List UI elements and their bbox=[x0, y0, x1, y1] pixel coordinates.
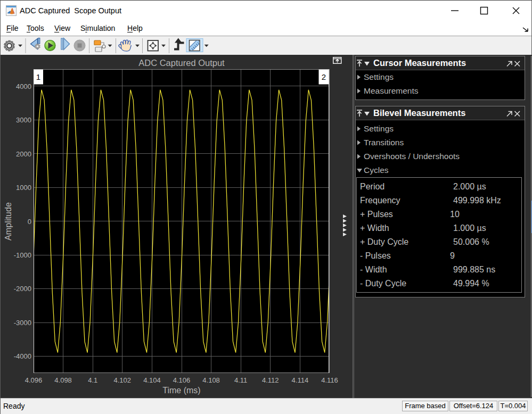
svg-text:-4000: -4000 bbox=[14, 352, 31, 360]
svg-text:4.104: 4.104 bbox=[143, 376, 161, 384]
svg-text:4.108: 4.108 bbox=[202, 376, 220, 384]
svg-text:0: 0 bbox=[28, 218, 31, 226]
svg-text:ADC Captured Output: ADC Captured Output bbox=[138, 58, 225, 68]
svg-text:4.106: 4.106 bbox=[173, 376, 191, 384]
svg-text:4.116: 4.116 bbox=[321, 376, 338, 384]
svg-text:4.1: 4.1 bbox=[88, 376, 97, 384]
svg-text:2: 2 bbox=[322, 72, 326, 81]
svg-text:Amplitude: Amplitude bbox=[3, 202, 13, 241]
svg-text:-2000: -2000 bbox=[14, 285, 31, 293]
svg-text:1000: 1000 bbox=[16, 184, 31, 192]
svg-text:3000: 3000 bbox=[16, 116, 31, 124]
svg-text:Time (ms): Time (ms) bbox=[162, 386, 200, 395]
svg-text:4000: 4000 bbox=[16, 82, 31, 90]
svg-text:4.098: 4.098 bbox=[54, 376, 72, 384]
svg-text:4.112: 4.112 bbox=[262, 376, 279, 384]
svg-text:4.102: 4.102 bbox=[114, 376, 132, 384]
svg-text:2000: 2000 bbox=[16, 150, 31, 158]
svg-text:4.114: 4.114 bbox=[292, 376, 309, 384]
svg-text:4.096: 4.096 bbox=[25, 376, 43, 384]
svg-text:1: 1 bbox=[36, 72, 40, 81]
svg-text:-1000: -1000 bbox=[14, 251, 31, 259]
svg-text:-3000: -3000 bbox=[14, 319, 31, 327]
svg-text:4.11: 4.11 bbox=[234, 376, 247, 384]
